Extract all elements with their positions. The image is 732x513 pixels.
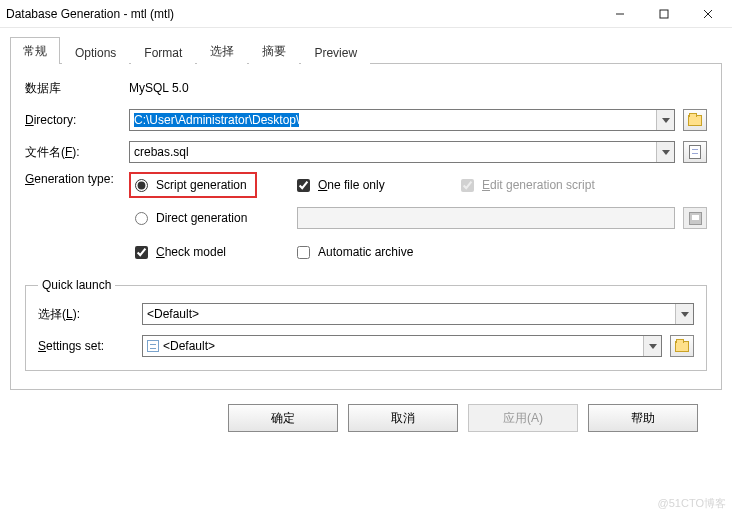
tab-summary[interactable]: 摘要: [249, 37, 299, 64]
check-edit-generation-script: Edit generation script: [461, 178, 707, 192]
tab-format[interactable]: Format: [131, 40, 195, 64]
radio-direct-generation[interactable]: Direct generation: [129, 211, 297, 225]
close-button[interactable]: [686, 1, 730, 27]
quick-launch-legend: Quick launch: [38, 278, 115, 292]
panel-general: 数据库 MySQL 5.0 Directory: C:\User\Adminis…: [10, 64, 722, 390]
label-generation-type: Generation type:: [25, 172, 129, 186]
svg-rect-1: [660, 10, 668, 18]
directory-combo[interactable]: C:\User\Administrator\Desktop\: [129, 109, 675, 131]
settings-set-combo[interactable]: <Default>: [142, 335, 662, 357]
label-directory: Directory:: [25, 113, 129, 127]
quick-launch-group: Quick launch 选择(L): <Default> Settings s…: [25, 278, 707, 371]
save-icon: [689, 212, 702, 225]
title-bar: Database Generation - mtl (mtl): [0, 0, 732, 28]
chevron-down-icon[interactable]: [675, 304, 693, 324]
tabs: 常规 Options Format 选择 摘要 Preview: [10, 36, 722, 64]
filename-combo[interactable]: crebas.sql: [129, 141, 675, 163]
tab-options[interactable]: Options: [62, 40, 129, 64]
window-title: Database Generation - mtl (mtl): [6, 7, 174, 21]
watermark: @51CTO博客: [658, 496, 726, 511]
label-quick-select: 选择(L):: [38, 306, 142, 323]
browse-directory-button[interactable]: [683, 109, 707, 131]
chevron-down-icon[interactable]: [656, 142, 674, 162]
label-database: 数据库: [25, 80, 129, 97]
window-buttons: [598, 1, 730, 27]
quick-select-combo[interactable]: <Default>: [142, 303, 694, 325]
highlight-box: Script generation: [129, 172, 257, 198]
button-bar: 确定 取消 应用(A) 帮助: [10, 390, 722, 432]
label-settings-set: Settings set:: [38, 339, 142, 353]
maximize-button[interactable]: [642, 1, 686, 27]
label-filename: 文件名(F):: [25, 144, 129, 161]
check-check-model[interactable]: Check model: [129, 245, 297, 259]
minimize-button[interactable]: [598, 1, 642, 27]
direct-generation-combo: [297, 207, 675, 229]
cancel-button[interactable]: 取消: [348, 404, 458, 432]
help-button[interactable]: 帮助: [588, 404, 698, 432]
value-database: MySQL 5.0: [129, 81, 707, 95]
ok-button[interactable]: 确定: [228, 404, 338, 432]
check-automatic-archive[interactable]: Automatic archive: [297, 245, 413, 259]
tab-general[interactable]: 常规: [10, 37, 60, 64]
chevron-down-icon[interactable]: [643, 336, 661, 356]
save-direct-button: [683, 207, 707, 229]
apply-button: 应用(A): [468, 404, 578, 432]
view-file-button[interactable]: [683, 141, 707, 163]
radio-script-generation[interactable]: Script generation: [135, 178, 247, 192]
document-icon: [689, 145, 701, 159]
folder-icon: [688, 115, 702, 126]
tab-select[interactable]: 选择: [197, 37, 247, 64]
chevron-down-icon[interactable]: [656, 110, 674, 130]
browse-settings-button[interactable]: [670, 335, 694, 357]
directory-value: C:\User\Administrator\Desktop\: [134, 113, 299, 127]
list-icon: [147, 340, 159, 352]
folder-icon: [675, 341, 689, 352]
check-one-file-only[interactable]: One file only: [297, 178, 385, 192]
tab-preview[interactable]: Preview: [301, 40, 370, 64]
filename-value: crebas.sql: [130, 142, 656, 162]
